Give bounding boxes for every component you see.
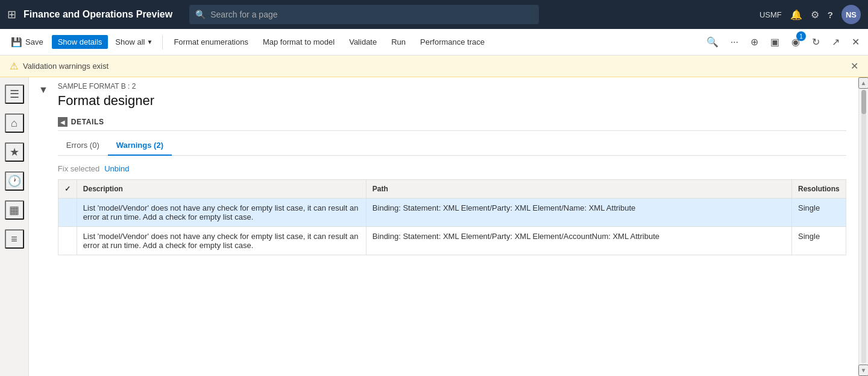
close-button[interactable]: ✕	[848, 34, 863, 50]
warnings-table: ✓ Description Path Resolutions List 'mod…	[58, 179, 846, 255]
row2-description: List 'model/Vendor' does not have any ch…	[77, 227, 366, 255]
sidebar-home-icon[interactable]: ⌂	[5, 113, 24, 133]
details-section: ◀ DETAILS Errors (0) Warnings (2) Fix se…	[53, 113, 851, 255]
map-format-button[interactable]: Map format to model	[257, 35, 341, 49]
show-all-chevron-icon: ▼	[147, 39, 153, 45]
warning-banner: ⚠ Validation warnings exist ✕	[0, 56, 868, 77]
left-sidebar: ☰ ⌂ ★ 🕐 ▦ ≡	[0, 77, 29, 376]
format-enumerations-button[interactable]: Format enumerations	[168, 35, 254, 49]
fd-tabs: Errors (0) Warnings (2)	[58, 136, 846, 156]
scrollbar: ▲ ▼	[858, 77, 868, 376]
username-label: USMF	[760, 10, 782, 19]
fd-actions: Fix selected Unbind	[58, 156, 846, 179]
validate-button[interactable]: Validate	[343, 35, 383, 49]
format-designer-title: Format designer	[58, 93, 846, 109]
toolbar-right-icons: 🔍 ··· ⊕ ▣ ◉ 1 ↻ ↗ ✕	[703, 34, 863, 50]
search-icon: 🔍	[195, 10, 206, 19]
settings-icon[interactable]: ⚙	[811, 9, 819, 21]
toolbar: 💾 Save Show details Show all ▼ Format en…	[0, 29, 868, 56]
tab-errors[interactable]: Errors (0)	[58, 136, 108, 156]
col-description: Description	[77, 180, 366, 199]
details-header[interactable]: ◀ DETAILS	[58, 113, 846, 131]
row1-resolution: Single	[792, 199, 846, 227]
search-input[interactable]	[210, 10, 533, 19]
warning-text: Validation warnings exist	[23, 62, 846, 71]
unbind-button[interactable]: Unbind	[104, 162, 129, 176]
sample-format-label: SAMPLE FORMAT B : 2	[58, 82, 846, 91]
filter-button[interactable]: ▼	[36, 82, 51, 98]
row2-check	[58, 227, 77, 255]
sidebar-workspaces-icon[interactable]: ▦	[5, 200, 24, 220]
search-toolbar-button[interactable]: 🔍	[703, 34, 722, 50]
sidebar-recent-icon[interactable]: 🕐	[5, 171, 24, 191]
scrollbar-down-button[interactable]: ▼	[858, 365, 868, 376]
warning-close-button[interactable]: ✕	[851, 60, 858, 72]
search-bar[interactable]: 🔍	[189, 5, 539, 24]
table-header-row: ✓ Description Path Resolutions	[58, 180, 846, 199]
sidebar-menu-button[interactable]: ☰	[5, 84, 24, 104]
col-path: Path	[366, 180, 791, 199]
fd-header: SAMPLE FORMAT B : 2 Format designer	[53, 82, 851, 113]
fix-selected-button: Fix selected	[58, 162, 99, 176]
help-icon[interactable]: ?	[828, 10, 833, 20]
row2-resolution: Single	[792, 227, 846, 255]
fd-table-wrapper: ✓ Description Path Resolutions List 'mod…	[58, 179, 846, 255]
more-options-button[interactable]: ···	[727, 34, 742, 50]
avatar[interactable]: NS	[841, 5, 861, 24]
scrollbar-up-button[interactable]: ▲	[858, 77, 868, 89]
performance-trace-button[interactable]: Performance trace	[414, 35, 491, 49]
row1-description: List 'model/Vendor' does not have any ch…	[77, 199, 366, 227]
scrollbar-thumb[interactable]	[861, 90, 866, 114]
show-all-button[interactable]: Show all ▼	[110, 35, 157, 49]
content-area: ▼ SAMPLE FORMAT B : 2 Format designer ◀ …	[29, 77, 858, 376]
main-layout: ☰ ⌂ ★ 🕐 ▦ ≡ ▼ SAMPLE FORMAT B : 2 Format…	[0, 77, 868, 376]
bell-icon[interactable]: 🔔	[790, 9, 802, 21]
col-resolutions: Resolutions	[792, 180, 846, 199]
top-navigation: ⊞ Finance and Operations Preview 🔍 USMF …	[0, 0, 868, 29]
share-button[interactable]: ↗	[828, 34, 843, 50]
refresh-button[interactable]: ↻	[808, 34, 823, 50]
save-icon: 💾	[11, 37, 22, 48]
sidebar-modules-icon[interactable]: ≡	[5, 229, 24, 249]
row2-path: Binding: Statement: XML Element/Party: X…	[366, 227, 791, 255]
save-button[interactable]: 💾 Save	[5, 34, 49, 50]
badge-button-container: ◉ 1	[788, 34, 804, 50]
grid-icon[interactable]: ⊞	[7, 8, 16, 21]
app-title: Finance and Operations Preview	[24, 9, 172, 20]
run-button[interactable]: Run	[385, 35, 412, 49]
warning-icon: ⚠	[10, 60, 18, 72]
table-row[interactable]: List 'model/Vendor' does not have any ch…	[58, 227, 846, 255]
notification-badge: 1	[796, 31, 806, 41]
top-nav-right: USMF 🔔 ⚙ ? NS	[760, 5, 861, 24]
col-check: ✓	[58, 180, 77, 199]
toolbar-separator-1	[162, 35, 163, 49]
sidebar-favorites-icon[interactable]: ★	[5, 142, 24, 162]
details-label: DETAILS	[71, 118, 104, 126]
row1-path: Binding: Statement: XML Element/Party: X…	[366, 199, 791, 227]
details-collapse-icon: ◀	[58, 117, 68, 127]
scrollbar-track[interactable]	[861, 90, 866, 363]
table-row[interactable]: List 'model/Vendor' does not have any ch…	[58, 199, 846, 227]
row1-check	[58, 199, 77, 227]
pinned-icon-button[interactable]: ⊕	[747, 34, 762, 50]
show-details-button[interactable]: Show details	[52, 35, 108, 49]
tab-warnings[interactable]: Warnings (2)	[108, 136, 172, 156]
layout-button[interactable]: ▣	[767, 34, 783, 50]
